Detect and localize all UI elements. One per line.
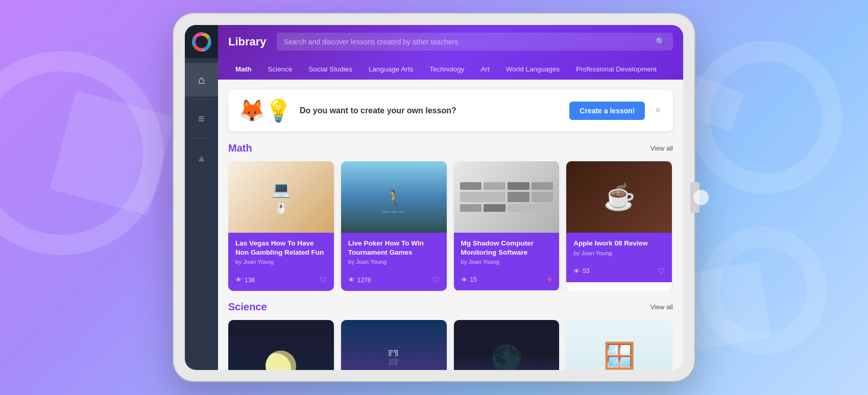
header-nav: Math Science Social Studies Language Art… <box>228 58 673 80</box>
science-card-1-image <box>228 320 334 370</box>
math-section: Math View all 💻 🖱️ <box>228 142 673 291</box>
header: Library 🔍 Math Science Social Studies La… <box>218 25 683 80</box>
math-card-1-footer: 👁 138 ♡ <box>228 275 334 291</box>
math-card-4-body: Apple Iwork 08 Review by Joan Young <box>566 233 672 266</box>
math-section-header: Math View all <box>228 142 673 154</box>
math-card-2-views: 👁 1278 <box>348 276 371 284</box>
math-cards-grid: 💻 🖱️ Las Vegas How To Have Non Gambling … <box>228 161 673 291</box>
math-card-1-body: Las Vegas How To Have Non Gambling Relat… <box>228 233 334 275</box>
math-card-3-footer: 👁 15 ♥ <box>454 275 560 290</box>
tab-science[interactable]: Science <box>261 62 300 76</box>
math-card-3-like-button[interactable]: ♥ <box>547 275 552 284</box>
math-section-title: Math <box>228 142 252 154</box>
tab-art[interactable]: Art <box>473 62 496 76</box>
math-card-4-like-button[interactable]: ♡ <box>658 266 665 276</box>
header-top: Library 🔍 <box>228 25 673 58</box>
science-cards-grid: ╔╗ ░░ 🔥 🌑 <box>228 320 673 370</box>
math-card-4-title: Apple Iwork 08 Review <box>573 239 665 248</box>
home-icon: ⌂ <box>198 73 205 87</box>
math-card-2-image: 🚶 — — — <box>341 161 447 233</box>
sidebar-divider <box>191 99 212 100</box>
ipad-frame: ⌂ ≡ ⟁ Library 🔍 <box>174 14 694 381</box>
search-bar[interactable]: 🔍 <box>277 33 673 51</box>
math-card-2-footer: 👁 1278 ♡ <box>341 275 447 291</box>
app-logo[interactable] <box>185 25 218 58</box>
math-card-1-views: 👁 138 <box>235 276 255 284</box>
create-lesson-button[interactable]: Create a lesson! <box>569 102 645 120</box>
sidebar-item-home[interactable]: ⌂ <box>185 63 218 96</box>
math-card-2: 🚶 — — — Live Poker How To Win Tournament… <box>341 161 447 291</box>
math-card-1-title: Las Vegas How To Have Non Gambling Relat… <box>235 239 327 257</box>
banner-close-button[interactable]: × <box>653 103 663 118</box>
ipad-nav-dot[interactable] <box>693 190 709 205</box>
math-view-all[interactable]: View all <box>650 144 673 152</box>
tab-world-languages[interactable]: World Languages <box>499 62 567 76</box>
math-card-2-view-count: 1278 <box>357 277 371 284</box>
views-icon-2: 👁 <box>348 276 355 284</box>
views-icon-4: 👁 <box>573 267 580 275</box>
search-input[interactable] <box>284 38 650 46</box>
views-icon: 👁 <box>235 276 242 284</box>
moon-shape <box>266 351 296 370</box>
search-icon[interactable]: 🔍 <box>656 37 666 46</box>
analytics-icon: ⟁ <box>198 151 205 164</box>
math-card-1: 💻 🖱️ Las Vegas How To Have Non Gambling … <box>228 161 334 291</box>
math-card-1-like-button[interactable]: ♡ <box>320 275 327 285</box>
science-card-2: ╔╗ ░░ 🔥 <box>341 320 447 370</box>
science-card-4-image: 🪟 <box>566 320 672 370</box>
math-card-1-image: 💻 🖱️ <box>228 161 334 233</box>
math-card-4-image: ☕ <box>566 161 672 233</box>
sidebar: ⌂ ≡ ⟁ <box>185 25 218 370</box>
science-section-header: Science View all <box>228 301 673 313</box>
logo-circle <box>192 32 211 52</box>
math-card-3-title: Mg Shadow Computer Monitoring Software <box>461 239 552 257</box>
ipad-screen: ⌂ ≡ ⟁ Library 🔍 <box>185 25 683 370</box>
science-card-4: 🪟 <box>566 320 672 370</box>
tab-math[interactable]: Math <box>228 62 259 76</box>
views-icon-3: 👁 <box>461 276 468 284</box>
math-card-3: Mg Shadow Computer Monitoring Software b… <box>454 161 560 291</box>
math-card-3-views: 👁 15 <box>461 276 477 284</box>
library-icon: ≡ <box>198 112 205 126</box>
sidebar-nav: ⌂ ≡ ⟁ <box>185 58 218 174</box>
sidebar-item-library[interactable]: ≡ <box>185 102 218 135</box>
logo-inner <box>196 36 208 48</box>
science-section: Science View all <box>228 301 673 370</box>
tab-professional-development[interactable]: Professional Development <box>569 62 664 76</box>
science-card-2-image: ╔╗ ░░ 🔥 <box>341 320 447 370</box>
math-card-2-body: Live Poker How To Win Tournament Games b… <box>341 233 447 275</box>
create-lesson-banner: 🦊💡 Do you want to create your own lesson… <box>228 90 673 131</box>
science-card-1 <box>228 320 334 370</box>
main-content: Library 🔍 Math Science Social Studies La… <box>218 25 683 370</box>
math-card-2-like-button[interactable]: ♡ <box>432 275 440 285</box>
science-section-title: Science <box>228 301 267 313</box>
math-card-2-title: Live Poker How To Win Tournament Games <box>348 239 440 257</box>
content-area: 🦊💡 Do you want to create your own lesson… <box>218 80 683 370</box>
math-card-4-view-count: 53 <box>583 267 589 275</box>
math-card-3-view-count: 15 <box>470 276 477 283</box>
page-title: Library <box>228 35 267 48</box>
tab-technology[interactable]: Technology <box>422 62 471 76</box>
math-card-4-views: 👁 53 <box>573 267 589 275</box>
math-card-4: ☕ Apple Iwork 08 Review by Joan Young 👁 … <box>566 161 672 291</box>
math-card-1-view-count: 138 <box>245 277 255 284</box>
math-card-2-author: by Joan Young <box>348 259 440 265</box>
science-card-3: 🌑 <box>454 320 560 370</box>
sidebar-item-analytics[interactable]: ⟁ <box>185 141 218 174</box>
sidebar-divider-2 <box>191 138 212 138</box>
tab-social-studies[interactable]: Social Studies <box>302 62 360 76</box>
banner-text: Do you want to create your own lesson? <box>300 106 561 115</box>
math-card-4-author: by Joan Young <box>573 250 665 256</box>
math-card-4-footer: 👁 53 ♡ <box>566 266 672 282</box>
math-card-3-author: by Joan Young <box>461 259 552 265</box>
tab-language-arts[interactable]: Language Arts <box>361 62 420 76</box>
math-card-3-body: Mg Shadow Computer Monitoring Software b… <box>454 233 560 275</box>
science-view-all[interactable]: View all <box>650 303 673 311</box>
science-card-3-image: 🌑 <box>454 320 560 370</box>
math-card-3-image <box>454 161 560 233</box>
mascot-icon: 🦊💡 <box>238 98 292 123</box>
math-card-1-author: by Joan Young <box>235 259 327 265</box>
